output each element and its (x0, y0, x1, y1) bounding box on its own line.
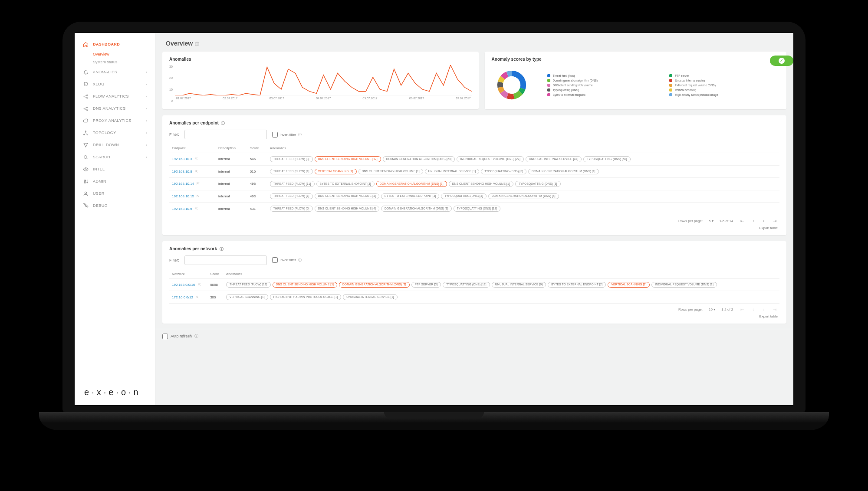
sidebar-item-user[interactable]: USER (75, 187, 155, 200)
link-cell[interactable]: 192.168.10.8 ⇱ (169, 165, 216, 178)
anomaly-pill[interactable]: HIGH ACTIVITY ADMIN PROTOCOL USAGE [1] (270, 294, 341, 300)
page-prev-button[interactable]: ‹ (751, 307, 755, 312)
anomaly-pill[interactable]: VERTICAL SCANNING [1] (315, 169, 357, 175)
legend-item[interactable]: High activity admin protocol usage (669, 93, 779, 96)
anomaly-pill[interactable]: FTP SERVER [3] (411, 282, 441, 288)
legend-item[interactable]: Threat feed (flow) (547, 74, 658, 77)
sidebar-item-intel[interactable]: INTEL (75, 163, 155, 175)
info-icon[interactable]: ⓘ (298, 258, 302, 262)
export-table-link[interactable]: Export table (169, 313, 779, 319)
legend-item[interactable]: Individual request volume (DNS) (669, 84, 779, 87)
filter-input-network[interactable] (184, 255, 267, 265)
anomaly-pill[interactable]: BYTES TO EXTERNAL ENDPOINT [3] (381, 193, 439, 200)
legend-item[interactable]: Unusual internal service (669, 79, 779, 82)
anomaly-pill[interactable]: DOMAIN GENERATION ALGORITHM (DNS) [3] (376, 181, 447, 187)
anomaly-pill[interactable]: UNUSUAL INTERNAL SERVICE [1] (343, 294, 397, 300)
anomaly-pill[interactable]: BYTES TO EXTERNAL ENDPOINT [3] (316, 181, 375, 187)
anomaly-pill[interactable]: INDIVIDUAL REQUEST VOLUME (DNS) [27] (457, 156, 523, 162)
sidebar-subitem-overview[interactable]: Overview (75, 50, 155, 58)
anomaly-pill[interactable]: BYTES TO EXTERNAL ENDPOINT [2] (548, 282, 606, 288)
anomaly-pill[interactable]: DNS CLIENT SENDING HIGH VOLUME [17] (315, 156, 381, 162)
legend-item[interactable]: Domain generation algorithm (DNS) (547, 79, 658, 82)
link-cell[interactable]: 192.168.10.3 ⇱ (169, 153, 216, 166)
legend-item[interactable]: Bytes to external endpoint (547, 93, 658, 96)
anomaly-pill[interactable]: THREAT FEED (FLOW) [12] (226, 282, 271, 288)
sidebar-item-search[interactable]: SEARCH› (75, 151, 155, 163)
invert-filter-checkbox[interactable] (272, 132, 278, 137)
sidebar-item-anomalies[interactable]: ANOMALIES› (75, 66, 155, 78)
anomaly-pill[interactable]: DNS CLIENT SENDING HIGH VOLUME [4] (315, 193, 379, 200)
col-header[interactable]: Network (169, 269, 207, 279)
anomaly-pill[interactable]: DNS CLIENT SENDING HIGH VOLUME [3] (273, 282, 337, 288)
sidebar-item-flow-analytics[interactable]: FLOW ANALYTICS› (75, 90, 155, 102)
anomaly-pill[interactable]: TYPOSQUATTING (DNS) [12] (443, 282, 490, 288)
page-last-button[interactable]: ⇥ (772, 219, 778, 223)
sidebar-item-debug[interactable]: DEBUG (75, 200, 155, 212)
anomaly-pill[interactable]: THREAT FEED (FLOW) [3] (270, 156, 313, 162)
link-cell[interactable]: 192.168.0.0/16 ⇱ (169, 278, 207, 291)
sidebar-item-proxy-analytics[interactable]: PROXY ANALYTICS› (75, 115, 155, 127)
anomaly-pill[interactable]: VERTICAL SCANNING [1] (608, 282, 650, 288)
sidebar-item-dns-analytics[interactable]: DNS ANALYTICS› (75, 102, 155, 115)
auto-refresh-checkbox[interactable] (162, 334, 168, 339)
sidebar-item-dashboard[interactable]: DASHBOARD (75, 38, 155, 50)
export-table-link[interactable]: Export table (169, 224, 779, 231)
sidebar-item-drill-down[interactable]: DRILL DOWN› (75, 139, 155, 151)
info-icon[interactable]: ⓘ (220, 121, 225, 125)
col-header[interactable]: Endpoint (169, 144, 216, 153)
anomaly-pill[interactable]: THREAT FEED (FLOW) [1] (270, 193, 313, 200)
col-header[interactable]: Anomalies (267, 144, 779, 153)
rows-per-page-select[interactable]: 10 ▾ (709, 308, 715, 311)
anomaly-pill[interactable]: DOMAIN GENERATION ALGORITHM (DNS) [3] (339, 282, 410, 288)
link-cell[interactable]: 172.16.0.0/12 ⇱ (169, 291, 207, 304)
anomaly-pill[interactable]: DOMAIN GENERATION ALGORITHM (DNS) [5] (488, 193, 559, 200)
anomaly-pill[interactable]: VERTICAL SCANNING [1] (226, 294, 268, 300)
info-icon[interactable]: ⓘ (298, 132, 302, 137)
page-last-button[interactable]: ⇥ (772, 307, 778, 312)
sidebar-item-xlog[interactable]: XLOG› (75, 78, 155, 90)
link-cell[interactable]: 192.168.10.14 ⇱ (169, 178, 216, 190)
anomaly-pill[interactable]: UNUSUAL INTERNAL SERVICE [9] (492, 282, 546, 288)
info-icon[interactable]: ⓘ (194, 42, 199, 46)
anomaly-pill[interactable]: INDIVIDUAL REQUEST VOLUME (DNS) [1] (651, 282, 717, 288)
filter-input-endpoint[interactable] (184, 130, 267, 139)
page-next-button[interactable]: › (762, 219, 766, 223)
page-first-button[interactable]: ⇤ (739, 219, 745, 223)
anomaly-pill[interactable]: TYPOSQUATTING (DNS) [3] (515, 181, 561, 187)
invert-filter-checkbox[interactable] (272, 257, 278, 263)
anomaly-pill[interactable]: DNS CLIENT SENDING HIGH VOLUME [1] (449, 181, 513, 187)
legend-item[interactable]: DNS client sending high volume (547, 84, 658, 87)
link-cell[interactable]: 192.168.10.15 ⇱ (169, 190, 216, 203)
anomaly-pill[interactable]: TYPOSQUATTING (DNS) [3] (481, 169, 526, 175)
anomaly-pill[interactable]: DNS CLIENT SENDING HIGH VOLUME [1] (358, 169, 423, 175)
legend-item[interactable]: FTP server (669, 74, 779, 77)
anomaly-pill[interactable]: UNUSUAL INTERNAL SERVICE [1] (425, 169, 479, 175)
anomaly-pill[interactable]: DNS CLIENT SENDING HIGH VOLUME [4] (315, 206, 379, 212)
anomaly-pill[interactable]: DOMAIN GENERATION ALGORITHM (DNS) [1] (528, 169, 599, 175)
col-header[interactable]: Description (216, 144, 247, 153)
page-first-button[interactable]: ⇤ (739, 307, 745, 312)
col-header[interactable]: Score (207, 269, 224, 279)
sidebar-item-admin[interactable]: ADMIN (75, 175, 155, 187)
anomaly-pill[interactable]: THREAT FEED (FLOW) [6] (270, 206, 313, 212)
anomaly-pill[interactable]: TYPOSQUATTING (DNS) [50] (583, 156, 631, 162)
info-icon[interactable]: ⓘ (218, 247, 224, 251)
anomaly-pill[interactable]: DOMAIN GENERATION ALGORITHM (DNS) [23] (383, 156, 455, 162)
legend-item[interactable]: Vertical scanning (669, 88, 779, 92)
link-cell[interactable]: 192.168.10.5 ⇱ (169, 203, 216, 215)
page-next-button[interactable]: › (762, 307, 766, 312)
sidebar-subitem-system-status[interactable]: System status (75, 58, 155, 66)
anomaly-pill[interactable]: UNUSUAL INTERNAL SERVICE [47] (526, 156, 582, 162)
status-pill-ok[interactable]: ✓ (770, 56, 793, 66)
anomaly-pill[interactable]: TYPOSQUATTING (DNS) [3] (441, 193, 487, 200)
anomaly-pill[interactable]: DOMAIN GENERATION ALGORITHM (DNS) [3] (381, 206, 452, 212)
page-prev-button[interactable]: ‹ (751, 219, 755, 223)
rows-per-page-select[interactable]: 5 ▾ (709, 219, 713, 223)
col-header[interactable]: Anomalies (224, 269, 779, 279)
sidebar-item-topology[interactable]: TOPOLOGY› (75, 127, 155, 139)
anomaly-pill[interactable]: THREAT FEED (FLOW) [11] (270, 181, 315, 187)
anomaly-pill[interactable]: THREAT FEED (FLOW) [1] (270, 169, 313, 175)
col-header[interactable]: Score (247, 144, 267, 153)
info-icon[interactable]: ⓘ (194, 334, 198, 339)
anomaly-pill[interactable]: TYPOSQUATTING (DNS) [12] (454, 206, 501, 212)
